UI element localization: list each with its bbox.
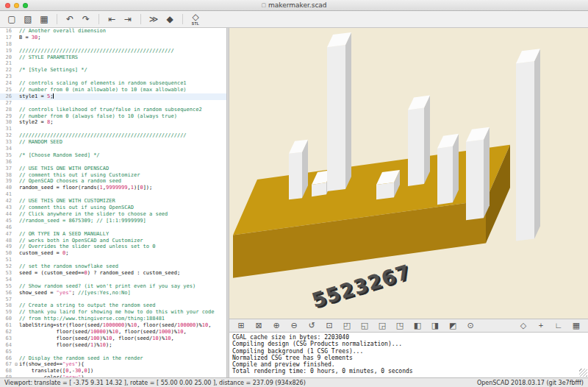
perspective-button[interactable]: ◇ <box>514 319 532 332</box>
code-line[interactable]: 24// controls scaling of elements in ran… <box>0 80 226 87</box>
view-all-button[interactable]: ⊡ <box>320 319 338 332</box>
show-crosshairs-button[interactable]: + <box>532 319 550 332</box>
code-line[interactable]: 36 <box>0 159 226 166</box>
code-text: // from http://www.thingiverse.com/thing… <box>19 316 226 322</box>
redo-button[interactable]: ↷ <box>79 12 93 27</box>
view-right-button[interactable]: ◳ <box>391 319 409 332</box>
show-scale-markers-button[interactable]: ▦ <box>567 319 585 332</box>
code-line[interactable]: 16// Another overall dimension <box>0 28 226 35</box>
view-left-button[interactable]: ◲ <box>373 319 391 332</box>
code-line[interactable]: 19//////////////////////////////////////… <box>0 48 226 54</box>
code-line[interactable]: 48// works both in OpenSCAD and Customiz… <box>0 238 226 244</box>
open-file-icon: ▧ <box>24 15 32 24</box>
indent-button[interactable]: ⇥ <box>121 12 135 27</box>
code-editor[interactable]: 16// Another overall dimension17B = 30;1… <box>0 28 226 377</box>
view-center-button[interactable]: ⊙ <box>462 319 479 332</box>
code-line[interactable]: 18 <box>0 41 226 48</box>
export-stl-label: STL <box>192 21 199 26</box>
code-line[interactable]: 26style1 = 5; <box>0 93 226 100</box>
code-line[interactable]: 49// Overrides the slider seed unless se… <box>0 244 226 250</box>
code-line[interactable]: 38// comment this out if using Customize… <box>0 172 226 179</box>
code-line[interactable]: 52// set the random snowflake seed <box>0 263 226 270</box>
code-line[interactable]: 35/* [Choose Random Seed] */ <box>0 152 226 159</box>
render-button[interactable]: ◆ <box>162 12 177 27</box>
resize-grip[interactable] <box>579 369 587 377</box>
code-line[interactable]: 22/* [Style Settings] */ <box>0 67 226 74</box>
code-line[interactable]: 37// USE THIS ONE WITH OPENSCAD <box>0 166 226 172</box>
code-line[interactable]: 23 <box>0 74 226 80</box>
line-number: 43 <box>0 205 13 211</box>
code-line[interactable]: 32//////////////////////////////////////… <box>0 132 226 139</box>
export-stl-button[interactable]: ◇STL <box>188 12 203 27</box>
code-line[interactable]: 51 <box>0 257 226 263</box>
code-line[interactable]: 56show_seed = "yes"; //[yes:Yes,no:No] <box>0 290 226 297</box>
view-bottom-button[interactable]: ◱ <box>356 319 373 332</box>
code-line[interactable]: 28// controls likelihood of true/false i… <box>0 107 226 113</box>
code-line[interactable]: 47// OR TYPE IN A SEED MANUALLY <box>0 231 226 238</box>
code-line[interactable]: 62 floor(seed/10000)%10, floor(seed/1000… <box>0 329 226 335</box>
code-line[interactable]: 43// comment this out if using OpenSCAD <box>0 205 226 211</box>
open-file-button[interactable]: ▧ <box>21 12 35 27</box>
code-text <box>19 277 226 283</box>
view-front-button[interactable]: ◧ <box>409 319 426 332</box>
code-line[interactable]: 17B = 30; <box>0 35 226 41</box>
code-line[interactable]: 45//random_seed = 8675309; // [1:1:99999… <box>0 218 226 224</box>
code-line[interactable]: 67⊟if(show_seed=="yes"){ <box>0 361 226 368</box>
code-line[interactable]: 25// number from 0 (min allowable) to 10… <box>0 87 226 93</box>
code-line[interactable]: 44// Click anywhere in the slider to cho… <box>0 211 226 218</box>
code-line[interactable]: 65 <box>0 349 226 355</box>
code-line[interactable]: 64 floor(seed/1)%10); <box>0 342 226 349</box>
code-line[interactable]: 50custom_seed = 0; <box>0 250 226 257</box>
code-line[interactable]: 55// Show random seed? (it won't print e… <box>0 283 226 290</box>
code-line[interactable]: 20// STYLE PARAMETERS <box>0 54 226 61</box>
zoom-out-button[interactable]: ⊖ <box>285 319 303 332</box>
code-line[interactable]: 31 <box>0 126 226 132</box>
code-line[interactable]: 68 translate([0,-30,0]) <box>0 368 226 374</box>
code-line[interactable]: 29// number from 0 (always false) to 10 … <box>0 113 226 120</box>
code-line[interactable]: 30style2 = 8; <box>0 119 226 126</box>
view-back-button[interactable]: ◨ <box>426 319 444 332</box>
code-line[interactable]: 60// from http://www.thingiverse.com/thi… <box>0 316 226 322</box>
zoom-button[interactable] <box>23 3 28 8</box>
view-diagonal-button[interactable]: ◩ <box>444 319 462 332</box>
show-axes-button[interactable]: ∟ <box>550 319 567 332</box>
code-line[interactable]: 40random_seed = floor(rands(1,9999999,1)… <box>0 185 226 191</box>
code-line[interactable]: 57 <box>0 297 226 303</box>
undo-button[interactable]: ↶ <box>62 12 77 27</box>
code-line[interactable]: 66// Display the random seed in the rend… <box>0 355 226 362</box>
code-line[interactable]: 46 <box>0 224 226 231</box>
code-line[interactable]: 41 <box>0 191 226 198</box>
code-line[interactable]: 59// thank you laird for showing me how … <box>0 309 226 316</box>
minimize-button[interactable] <box>14 3 19 8</box>
code-line[interactable]: 34 <box>0 146 226 152</box>
preview-button[interactable]: ≫ <box>146 12 161 27</box>
code-line[interactable]: 42// USE THIS ONE WITH CUSTOMIZER <box>0 198 226 205</box>
view-preview-button[interactable]: ⊞ <box>232 319 250 332</box>
title-bar[interactable]: ▢ makermaker.scad <box>0 0 588 11</box>
code-line[interactable]: 54 <box>0 277 226 283</box>
close-button[interactable] <box>5 3 10 8</box>
fold-margin <box>13 132 19 139</box>
3d-viewport[interactable]: 5523267 5523267 <box>229 28 588 319</box>
fold-margin <box>13 93 19 100</box>
code-line[interactable]: 61labelString=str(floor(seed/1000000)%10… <box>0 322 226 329</box>
save-file-button[interactable]: ▦ <box>37 12 51 27</box>
view-render-button[interactable]: ⊠ <box>250 319 268 332</box>
code-line[interactable]: 39// OpenSCAD chooses a random seed <box>0 178 226 185</box>
new-file-button[interactable]: ▢ <box>4 12 19 27</box>
toolbar-separator <box>182 14 183 24</box>
code-line[interactable]: 58// Create a string to output the rando… <box>0 302 226 309</box>
code-line[interactable]: 63 floor(seed/100)%10, floor(seed/10)%10… <box>0 335 226 342</box>
line-number: 60 <box>0 316 13 322</box>
unindent-button[interactable]: ⇤ <box>104 12 119 27</box>
console-log[interactable]: CGAL cache size in bytes: 2203040Compili… <box>229 333 588 377</box>
reset-view-button[interactable]: ↺ <box>303 319 320 332</box>
code-line[interactable]: 27 <box>0 100 226 107</box>
fold-marker-icon[interactable]: ⊟ <box>13 361 19 368</box>
zoom-in-button[interactable]: ⊕ <box>268 319 285 332</box>
code-text: custom_seed = 0; <box>19 250 226 257</box>
code-line[interactable]: 53seed = (custom_seed==0) ? random_seed … <box>0 270 226 277</box>
view-top-button[interactable]: ◰ <box>338 319 356 332</box>
code-line[interactable]: 21 <box>0 60 226 67</box>
code-line[interactable]: 33// RANDOM SEED <box>0 139 226 146</box>
